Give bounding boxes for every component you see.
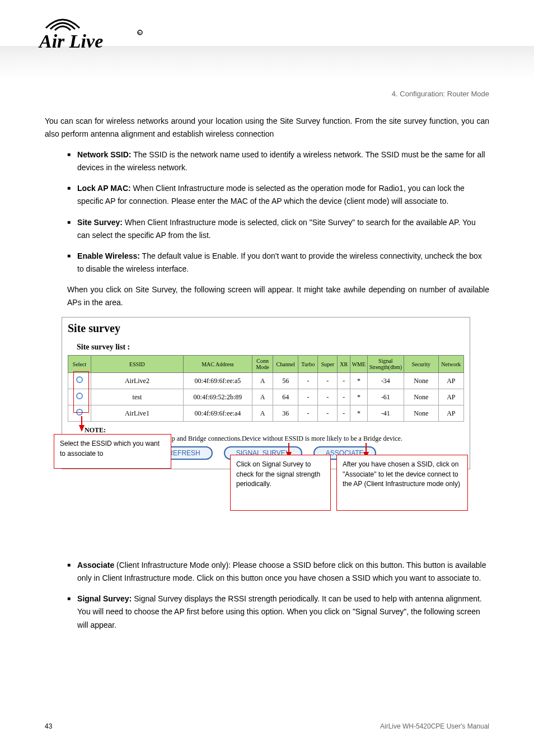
bullet-icon: ■ <box>67 182 71 208</box>
bullet-bold: Signal Survey: <box>77 594 132 603</box>
bullet-bold: Network SSID: <box>77 150 131 159</box>
list-item: ■ Network SSID: The SSID is the network … <box>67 148 489 174</box>
footer-text: AirLive WH-5420CPE User's Manual <box>380 722 489 730</box>
bullet-list-bottom: ■ Associate (Client Infrastructure Mode … <box>67 559 489 631</box>
bullet-icon: ■ <box>67 559 71 585</box>
th-signal: Signal Strength(dbm) <box>367 356 404 373</box>
page-number: 43 <box>45 722 52 730</box>
chapter-label: 4. Configuration: Router Mode <box>45 90 489 98</box>
page-footer: 43 AirLive WH-5420CPE User's Manual <box>45 722 489 730</box>
th-super: Super <box>318 356 338 373</box>
cell-channel: 64 <box>273 389 298 405</box>
cell-channel: 36 <box>273 405 298 422</box>
note-label: NOTE: <box>85 426 106 434</box>
th-mac: MAC Address <box>183 356 252 373</box>
svg-text:Air Live: Air Live <box>38 31 103 52</box>
cell-turbo: - <box>298 389 318 405</box>
cell-mac: 00:4f:69:52:2b:89 <box>183 389 252 405</box>
cell-security: None <box>404 373 438 389</box>
table-row: test00:4f:69:52:2b:89A64---*-61NoneAP <box>68 389 464 405</box>
th-network: Network <box>438 356 463 373</box>
cell-wme: * <box>350 405 367 422</box>
callout-signal: Click on Signal Survey to check for the … <box>230 455 331 511</box>
bullet-list-top: ■ Network SSID: The SSID is the network … <box>67 148 489 276</box>
th-essid: ESSID <box>91 356 184 373</box>
intro-paragraph: You can scan for wireless networks aroun… <box>45 115 489 141</box>
bullet-bold: Enable Wireless: <box>77 251 140 260</box>
cell-signal: -41 <box>367 405 404 422</box>
cell-super: - <box>318 405 338 422</box>
cell-connmode: A <box>252 389 273 405</box>
cell-signal: -61 <box>367 389 404 405</box>
cell-super: - <box>318 373 338 389</box>
cell-wme: * <box>350 373 367 389</box>
cell-channel: 56 <box>273 373 298 389</box>
th-security: Security <box>404 356 438 373</box>
bullet-bold: Lock AP MAC: <box>77 184 131 193</box>
cell-security: None <box>404 389 438 405</box>
cell-super: - <box>318 389 338 405</box>
list-item: ■ Signal Survey: Signal Survey displays … <box>67 592 489 631</box>
cell-wme: * <box>350 389 367 405</box>
bullet-body: (Client Infrastructure Mode only): Pleas… <box>77 561 486 582</box>
arrow-down-icon <box>79 425 85 432</box>
th-channel: Channel <box>273 356 298 373</box>
cell-xr: - <box>338 373 350 389</box>
cell-turbo: - <box>298 405 318 422</box>
callout-select-highlight <box>73 371 89 413</box>
th-wme: WME <box>350 356 367 373</box>
cell-security: None <box>404 405 438 422</box>
cell-xr: - <box>338 389 350 405</box>
bullet-body: The SSID is the network name used to ide… <box>77 150 485 172</box>
list-item: ■ Site Survey: When Client Infrastructur… <box>67 216 489 242</box>
list-item: ■ Associate (Client Infrastructure Mode … <box>67 559 489 585</box>
cell-xr: - <box>338 405 350 422</box>
list-item: ■ Enable Wireless: The default value is … <box>67 250 489 276</box>
bullet-bold: Site Survey: <box>77 218 123 227</box>
cell-signal: -34 <box>367 373 404 389</box>
table-row: AirLive200:4f:69:6f:ee:a5A56---*-34NoneA… <box>68 373 464 389</box>
cell-connmode: A <box>252 405 273 422</box>
th-connmode: Conn Mode <box>252 356 273 373</box>
table-row: AirLive100:4f:69:6f:ee:a4A36---*-41NoneA… <box>68 405 464 422</box>
list-item: ■ Lock AP MAC: When Client Infrastructur… <box>67 182 489 208</box>
cell-mac: 00:4f:69:6f:ee:a5 <box>183 373 252 389</box>
th-turbo: Turbo <box>298 356 318 373</box>
cell-connmode: A <box>252 373 273 389</box>
bullet-icon: ■ <box>67 592 71 631</box>
th-select: Select <box>68 356 91 373</box>
bullet-icon: ■ <box>67 250 71 276</box>
callout-associate: After you have chosen a SSID, click on "… <box>336 455 468 511</box>
ss-list-label: Site survey list : <box>77 343 464 352</box>
ss-title: Site survey <box>68 322 464 335</box>
bullet-body: Signal Survey displays the RSSI strength… <box>77 594 482 629</box>
cell-turbo: - <box>298 373 318 389</box>
cell-network: AP <box>438 373 463 389</box>
airlive-logo: Air Live R <box>34 17 151 56</box>
svg-text:R: R <box>138 31 141 35</box>
callout-select: Select the ESSID which you want to assoc… <box>54 434 171 469</box>
bridge-paragraph: When you click on Site Survey, the follo… <box>67 283 489 309</box>
cell-essid: AirLive2 <box>91 373 184 389</box>
cell-mac: 00:4f:69:6f:ee:a4 <box>183 405 252 422</box>
cell-essid: test <box>91 389 184 405</box>
bullet-body: When Client Infrastructure mode is selec… <box>77 184 465 206</box>
cell-essid: AirLive1 <box>91 405 184 422</box>
cell-network: AP <box>438 389 463 405</box>
bullet-icon: ■ <box>67 216 71 242</box>
site-survey-table: Select ESSID MAC Address Conn Mode Chann… <box>68 355 464 422</box>
bullet-body: When Client Infrastructure mode is selec… <box>77 218 476 240</box>
cell-network: AP <box>438 405 463 422</box>
page-content: 4. Configuration: Router Mode You can sc… <box>45 90 489 640</box>
bullet-icon: ■ <box>67 148 71 174</box>
th-xr: XR <box>338 356 350 373</box>
bullet-bold: Associate <box>77 561 114 570</box>
site-survey-screenshot: Site survey Site survey list : Select ES… <box>62 317 470 469</box>
